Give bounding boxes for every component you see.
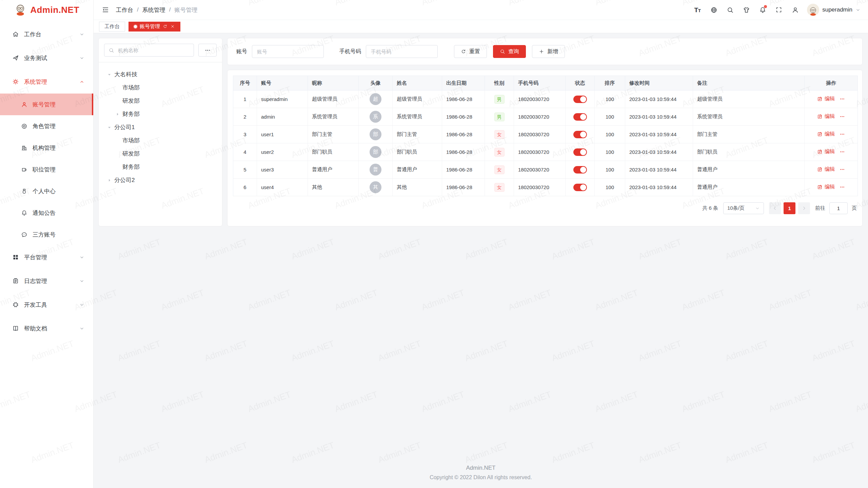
font-size-icon[interactable]: TT (690, 3, 705, 17)
tab-workbench[interactable]: 工作台 (99, 22, 125, 32)
tab-close-icon[interactable] (170, 24, 175, 29)
table-body: 1superadmin超级管理员超超级管理员1986-06-28男1802003… (233, 90, 858, 196)
breadcrumb-item[interactable]: 工作台 (116, 6, 133, 14)
status-toggle[interactable] (573, 148, 587, 156)
edit-button[interactable]: 编辑 (817, 166, 835, 172)
row-more-button[interactable] (840, 114, 845, 119)
cell-remark: 系统管理员 (693, 108, 805, 126)
sidebar-item-third-party-account[interactable]: 三方账号 (0, 224, 93, 245)
cell-birthdate: 1986-06-28 (442, 143, 485, 161)
row-more-button[interactable] (840, 149, 845, 155)
reset-button[interactable]: 重置 (454, 45, 487, 58)
cell-remark: 普通用户 (693, 161, 805, 179)
tree-more-button[interactable] (198, 44, 217, 57)
column-header-index: 序号 (233, 76, 257, 90)
status-toggle[interactable] (573, 184, 587, 191)
tree-node-label: 市场部 (122, 137, 140, 144)
sidebar-item-role-management[interactable]: 角色管理 (0, 115, 93, 137)
user-icon[interactable] (788, 3, 802, 17)
row-more-button[interactable] (840, 167, 845, 172)
gender-badge: 女 (494, 130, 505, 139)
tree-node[interactable]: 市场部 (104, 134, 217, 147)
sidebar-item-label: 职位管理 (33, 166, 84, 174)
edit-icon (817, 149, 823, 155)
tree-caret-icon[interactable] (107, 125, 112, 130)
org-search-input[interactable] (117, 47, 190, 54)
row-more-button[interactable] (840, 184, 845, 190)
sidebar-item-platform-management[interactable]: 平台管理 (0, 245, 93, 269)
tree-node[interactable]: 市场部 (104, 81, 217, 94)
edit-button[interactable]: 编辑 (817, 148, 835, 155)
sidebar-item-profile-center[interactable]: 个人中心 (0, 180, 93, 202)
tree-caret-icon[interactable] (107, 72, 112, 77)
column-header-birthdate: 出生日期 (442, 76, 485, 90)
avatar: 普 (370, 164, 381, 176)
phone-input[interactable] (370, 48, 433, 55)
tree-node[interactable]: 财务部 (104, 160, 217, 174)
cell-sort: 100 (595, 126, 625, 143)
active-dot-icon (134, 25, 137, 28)
status-toggle[interactable] (573, 166, 587, 174)
sidebar-item-help-docs[interactable]: 帮助文档 (0, 317, 93, 340)
sidebar-item-position-management[interactable]: 职位管理 (0, 159, 93, 180)
tree-node[interactable]: 研发部 (104, 94, 217, 107)
notification-bell-icon[interactable] (755, 3, 770, 17)
edit-button[interactable]: 编辑 (817, 184, 835, 190)
cell-avatar: 系 (359, 108, 393, 126)
sidebar-item-business-test[interactable]: 业务测试 (0, 46, 93, 70)
account-input[interactable] (256, 48, 319, 55)
sidebar-item-log-management[interactable]: 日志管理 (0, 269, 93, 293)
language-icon[interactable] (707, 3, 721, 17)
cell-modified: 2023-01-03 10:59:44 (625, 143, 693, 161)
profile-icon (21, 188, 27, 195)
tree-node[interactable]: 大名科技 (104, 68, 217, 81)
tree-node-label: 财务部 (122, 110, 140, 118)
status-toggle[interactable] (573, 96, 587, 103)
add-button[interactable]: 新增 (532, 45, 565, 58)
status-toggle[interactable] (573, 113, 587, 121)
cell-name: 系统管理员 (393, 108, 442, 126)
sidebar-item-system-management[interactable]: 系统管理 (0, 70, 93, 94)
prev-page-button[interactable] (769, 202, 781, 214)
fullscreen-icon[interactable] (772, 3, 786, 17)
tree-node[interactable]: 研发部 (104, 147, 217, 160)
user-menu[interactable]: superadmin (807, 4, 861, 16)
sidebar-item-label: 个人中心 (33, 187, 84, 195)
row-more-button[interactable] (840, 96, 845, 102)
edit-button[interactable]: 编辑 (817, 96, 835, 102)
breadcrumb-item[interactable]: 系统管理 (142, 6, 165, 14)
username: superadmin (822, 6, 852, 13)
status-toggle[interactable] (573, 131, 587, 138)
search-icon[interactable] (723, 3, 737, 17)
row-more-button[interactable] (840, 131, 845, 137)
page-number-current[interactable]: 1 (784, 202, 795, 214)
cell-status (566, 143, 595, 161)
next-page-button[interactable] (798, 202, 810, 214)
footer-title: Admin.NET (94, 465, 868, 471)
tree-caret-icon[interactable] (115, 112, 120, 117)
sidebar-item-org-management[interactable]: 机构管理 (0, 137, 93, 159)
logo[interactable]: Admin.NET (0, 0, 93, 20)
search-button[interactable]: 查询 (493, 45, 526, 58)
cell-avatar: 普 (359, 161, 393, 179)
page-size-select[interactable]: 10条/页 (723, 202, 764, 214)
sidebar-item-dev-tools[interactable]: 开发工具 (0, 293, 93, 317)
tree-node[interactable]: 分公司2 (104, 174, 217, 187)
theme-icon[interactable] (739, 3, 753, 17)
menu-fold-icon[interactable] (102, 6, 109, 14)
edit-button[interactable]: 编辑 (817, 131, 835, 137)
tab-account-management[interactable]: 账号管理 (129, 22, 180, 32)
sidebar-item-account-management[interactable]: 账号管理 (0, 94, 93, 115)
notification-badge (764, 5, 767, 8)
tree-caret-icon[interactable] (107, 178, 112, 183)
sidebar-item-workbench[interactable]: 工作台 (0, 22, 93, 46)
tree-node[interactable]: 分公司1 (104, 121, 217, 134)
goto-page-input[interactable] (829, 202, 848, 214)
tab-refresh-icon[interactable] (163, 24, 167, 29)
edit-button[interactable]: 编辑 (817, 113, 835, 120)
cell-actions: 编辑 (805, 143, 858, 161)
position-icon (21, 166, 27, 173)
tree-node[interactable]: 财务部 (104, 107, 217, 121)
cell-nickname: 超级管理员 (308, 90, 359, 108)
sidebar-item-notice-announcement[interactable]: 通知公告 (0, 202, 93, 224)
